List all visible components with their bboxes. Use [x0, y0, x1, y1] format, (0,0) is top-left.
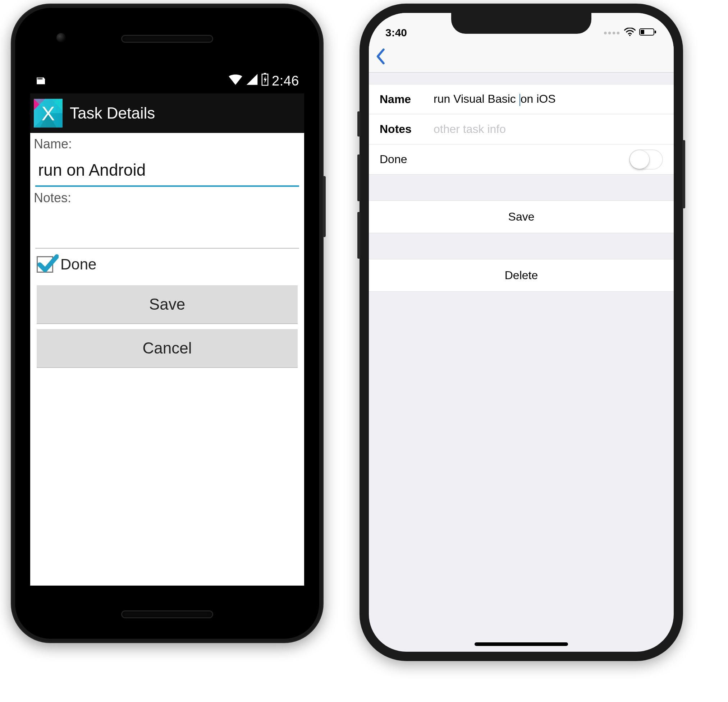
text-cursor — [520, 94, 520, 106]
svg-point-6 — [629, 35, 631, 36]
iphone-volume-up — [357, 154, 360, 201]
back-button[interactable] — [375, 49, 387, 66]
done-checkbox[interactable] — [37, 256, 53, 273]
svg-rect-0 — [38, 78, 39, 79]
wifi-icon — [624, 27, 636, 39]
iphone-home-indicator[interactable] — [475, 642, 568, 646]
iphone-device-frame: 3:40 ●●●● — [360, 4, 683, 661]
cell-signal-icon: ●●●● — [604, 29, 621, 37]
name-label: Name — [380, 93, 433, 106]
cancel-button[interactable]: Cancel — [37, 329, 298, 368]
iphone-mute-switch — [357, 111, 360, 137]
notes-input[interactable] — [35, 207, 299, 249]
android-status-bar: 2:46 — [30, 68, 304, 94]
name-row: Name run Visual Basic on iOS — [369, 84, 674, 114]
android-app-bar: Task Details — [30, 94, 304, 133]
status-clock: 2:46 — [272, 73, 299, 89]
svg-rect-5 — [264, 73, 266, 74]
svg-rect-1 — [39, 78, 39, 79]
notes-label: Notes — [380, 123, 433, 136]
ios-form: Name run Visual Basic on iOS Notes Done … — [369, 72, 674, 292]
battery-icon — [639, 27, 657, 39]
svg-rect-3 — [41, 78, 42, 79]
save-button[interactable]: Save — [369, 200, 674, 233]
svg-rect-2 — [40, 78, 41, 79]
iphone-notch — [451, 13, 591, 34]
android-earpiece — [122, 36, 212, 42]
delete-button[interactable]: Delete — [369, 259, 674, 292]
sd-card-icon — [35, 74, 46, 88]
name-label: Name: — [32, 133, 302, 153]
status-clock: 3:40 — [386, 27, 407, 39]
ios-nav-bar — [369, 42, 674, 72]
done-label: Done — [61, 256, 96, 273]
android-form: Name: Notes: Done Save Cancel — [30, 133, 304, 368]
iphone-screen: 3:40 ●●●● — [369, 13, 674, 652]
done-switch[interactable] — [629, 150, 663, 170]
cell-signal-icon — [246, 73, 258, 88]
android-power-button — [323, 176, 326, 237]
android-screen: 2:46 Task Details Name: Notes: — [30, 68, 304, 585]
android-front-camera — [56, 33, 66, 42]
android-device-body: 2:46 Task Details Name: Notes: — [15, 8, 319, 639]
iphone-volume-down — [357, 212, 360, 259]
done-row: Done — [32, 249, 302, 280]
app-logo-icon — [34, 99, 62, 128]
name-input[interactable] — [35, 153, 299, 187]
android-device-frame: 2:46 Task Details Name: Notes: — [11, 4, 324, 643]
screen-title: Task Details — [70, 104, 155, 122]
name-input[interactable]: run Visual Basic on iOS — [433, 92, 663, 106]
notes-row: Notes — [369, 114, 674, 144]
notes-input[interactable] — [433, 123, 663, 136]
svg-rect-9 — [641, 30, 644, 34]
notes-label: Notes: — [32, 187, 302, 207]
done-label: Done — [380, 153, 407, 166]
svg-rect-8 — [655, 30, 656, 33]
iphone-side-button — [682, 140, 685, 208]
wifi-icon — [228, 73, 243, 88]
battery-charging-icon — [261, 73, 269, 89]
android-bottom-speaker — [122, 611, 212, 617]
save-button[interactable]: Save — [37, 285, 298, 324]
done-row: Done — [369, 144, 674, 174]
